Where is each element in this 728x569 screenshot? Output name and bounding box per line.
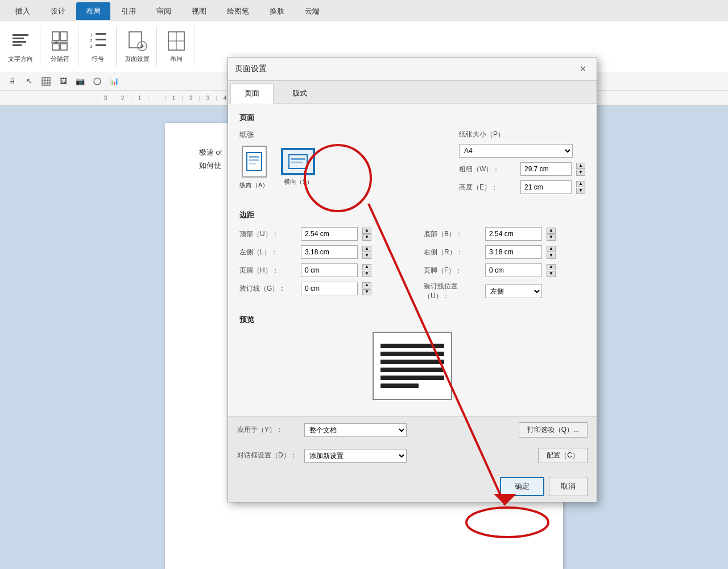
- header-input[interactable]: [301, 263, 358, 277]
- preview-line-4: [380, 368, 444, 372]
- tab-reference[interactable]: 引用: [111, 2, 146, 20]
- ruler-p2: 2: [182, 96, 199, 101]
- tab-view[interactable]: 视图: [182, 2, 216, 20]
- portrait-icon: [242, 146, 267, 178]
- ruler-p3: 3: [199, 96, 216, 101]
- top-margin-input[interactable]: [301, 227, 358, 241]
- tab-review[interactable]: 审阅: [147, 2, 181, 20]
- left-up[interactable]: ▲: [362, 246, 371, 252]
- margins-form: 顶部（U）： ▲ ▼ 左侧（L）： ▲ ▼ 页眉（H）：: [239, 227, 585, 306]
- tab-insert[interactable]: 插入: [6, 2, 40, 20]
- gutter-input[interactable]: [301, 282, 358, 295]
- pagesetup-icon[interactable]: [126, 30, 148, 52]
- page-section-title: 页面: [239, 113, 585, 123]
- ribbon-group-layout: 布局: [163, 26, 195, 66]
- margins-left-col: 顶部（U）： ▲ ▼ 左侧（L）： ▲ ▼ 页眉（H）：: [239, 227, 401, 306]
- dialog-title: 页面设置: [235, 64, 267, 74]
- ribbon-group-pagesetup: 页面设置: [122, 26, 157, 66]
- dialog-settings-row: 对话框设置（D）： 添加新设置 配置（C）: [237, 448, 588, 463]
- portrait-option[interactable]: 纵向（A）: [239, 146, 268, 189]
- width-spinner: ▲ ▼: [576, 163, 585, 176]
- top-margin-label: 顶部（U）：: [239, 229, 296, 239]
- landscape-option[interactable]: 横向（S）: [282, 149, 314, 186]
- right-margin-spinner: ▲ ▼: [547, 246, 556, 259]
- svg-rect-30: [249, 156, 259, 158]
- layout-icon[interactable]: [165, 30, 188, 52]
- gutter-down[interactable]: ▼: [362, 289, 371, 295]
- top-margin-row: 顶部（U）： ▲ ▼: [239, 227, 401, 241]
- height-input[interactable]: [520, 180, 572, 194]
- top-down[interactable]: ▼: [362, 234, 371, 241]
- svg-text:2: 2: [90, 38, 93, 43]
- right-up[interactable]: ▲: [547, 246, 556, 252]
- orientation-row: 纸张 纵向（A）: [239, 130, 585, 199]
- height-up-btn[interactable]: ▲: [576, 181, 585, 187]
- close-button[interactable]: ×: [576, 62, 590, 76]
- print-icon[interactable]: 🖨: [5, 74, 19, 89]
- header-spinner: ▲ ▼: [362, 264, 371, 277]
- footer-down[interactable]: ▼: [547, 271, 556, 277]
- apply-label: 应用于（Y）：: [237, 425, 300, 435]
- svg-rect-23: [42, 77, 50, 85]
- height-label: 高度（E）：: [459, 183, 516, 192]
- preview-line-2: [380, 352, 444, 356]
- width-up-btn[interactable]: ▲: [576, 163, 585, 169]
- screenshot-icon[interactable]: 📷: [73, 74, 88, 89]
- image-icon[interactable]: 🖼: [56, 74, 71, 89]
- header-up[interactable]: ▲: [362, 264, 371, 270]
- configure-button[interactable]: 配置（C）: [538, 448, 588, 463]
- svg-rect-8: [60, 44, 67, 50]
- bottom-up[interactable]: ▲: [547, 228, 556, 234]
- left-margin-row: 左侧（L）： ▲ ▼: [239, 245, 401, 259]
- chart-icon[interactable]: 📊: [107, 74, 122, 89]
- tab-cloud[interactable]: 云端: [295, 2, 329, 20]
- height-down-btn[interactable]: ▼: [576, 188, 585, 194]
- svg-rect-35: [291, 162, 303, 163]
- gutter-pos-select[interactable]: 左侧 右侧 顶部: [485, 284, 542, 298]
- text-direction-icon[interactable]: [9, 30, 32, 52]
- tab-page[interactable]: 页面: [230, 83, 274, 104]
- bottom-margin-label: 底部（B）：: [424, 229, 481, 239]
- top-margin-spinner: ▲ ▼: [362, 228, 371, 241]
- right-margin-input[interactable]: [485, 245, 542, 259]
- ruler-1: 1: [131, 96, 148, 101]
- shapes-icon[interactable]: [90, 74, 105, 89]
- bottom-margin-input[interactable]: [485, 227, 542, 241]
- footer-up[interactable]: ▲: [547, 264, 556, 270]
- print-options-button[interactable]: 打印选项（Q）...: [519, 422, 588, 438]
- paper-size-select[interactable]: A4 A3 B5 Letter: [459, 144, 573, 158]
- footer-spinner: ▲ ▼: [547, 264, 556, 277]
- paper-size-row: 纸张大小（P）: [459, 130, 585, 139]
- header-down[interactable]: ▼: [362, 271, 371, 277]
- preview-lines: [374, 337, 451, 395]
- preview-line-1: [380, 344, 444, 348]
- tab-design[interactable]: 设计: [41, 2, 75, 20]
- tab-skin[interactable]: 换肤: [260, 2, 294, 20]
- linenumber-icon[interactable]: 1 2 3: [86, 30, 109, 52]
- cancel-button[interactable]: 取消: [549, 477, 588, 496]
- footer-input[interactable]: [485, 263, 542, 277]
- left-margin-input[interactable]: [301, 245, 358, 259]
- tab-layout[interactable]: 布局: [76, 2, 110, 20]
- tab-drawing[interactable]: 绘图笔: [217, 2, 259, 20]
- apply-select[interactable]: 整个文档 本节 插入点之后: [304, 423, 407, 437]
- ruler-0: [148, 96, 165, 101]
- width-input[interactable]: [520, 162, 572, 176]
- svg-rect-2: [13, 41, 26, 43]
- left-down[interactable]: ▼: [362, 253, 371, 259]
- tab-style[interactable]: 版式: [278, 83, 321, 103]
- ok-button[interactable]: 确定: [500, 477, 544, 496]
- gutter-up[interactable]: ▲: [362, 282, 371, 288]
- svg-rect-1: [13, 38, 24, 39]
- table-icon[interactable]: [39, 74, 53, 89]
- left-margin-spinner: ▲ ▼: [362, 246, 371, 259]
- ribbon-group-text-direction: 文字方向: [6, 26, 40, 66]
- linenumber-label: 行号: [92, 55, 104, 63]
- width-down-btn[interactable]: ▼: [576, 170, 585, 176]
- dialog-settings-select[interactable]: 添加新设置: [304, 449, 407, 463]
- bottom-down[interactable]: ▼: [547, 234, 556, 241]
- right-down[interactable]: ▼: [547, 253, 556, 259]
- separator-icon[interactable]: [48, 30, 71, 52]
- cursor-icon[interactable]: ↖: [22, 74, 36, 89]
- top-up[interactable]: ▲: [362, 228, 371, 234]
